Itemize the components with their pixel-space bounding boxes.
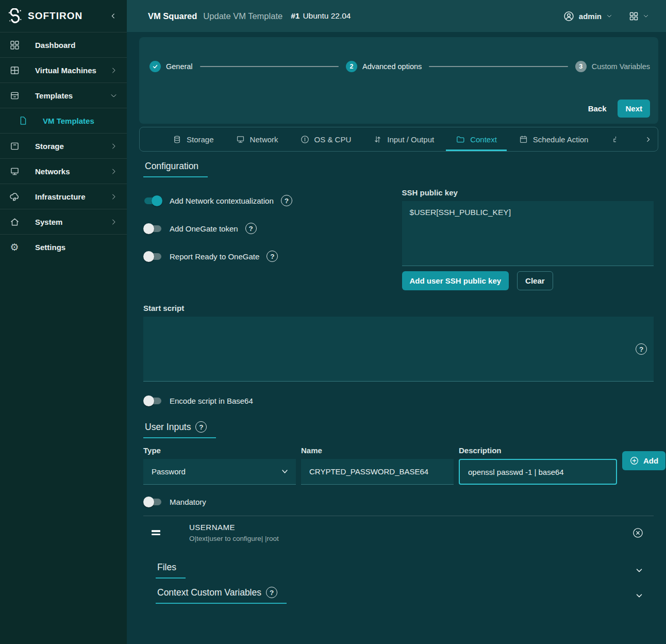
home-icon [8,217,21,227]
resource-name: Ubuntu 22.04 [303,11,351,20]
softiron-logo-icon [7,8,23,24]
top-header: VM Squared Update VM Template #1Ubuntu 2… [127,0,666,32]
info-circle-icon [300,135,310,144]
toggle-row-onegate-token: Add OneGate token ? [143,221,402,236]
help-icon[interactable]: ? [636,343,647,355]
configuration-column: Configuration Add Network contextualizat… [139,161,402,290]
help-icon[interactable]: ? [281,195,292,206]
tab-input-output[interactable]: Input / Output [362,127,445,151]
encode-base64-toggle[interactable] [143,395,162,406]
user-name: admin [579,12,602,21]
tab-os-cpu[interactable]: OS & CPU [289,127,362,151]
sidebar-item-vm-templates[interactable]: VM Templates [0,108,127,133]
sidebar-item-networks[interactable]: Networks [0,158,127,184]
step-complete-check-icon [149,61,161,72]
step-general[interactable]: General [149,61,193,72]
user-menu[interactable]: admin [563,10,613,22]
help-icon[interactable]: ? [245,223,257,234]
tab-storage[interactable]: Storage [161,127,225,151]
sidebar-collapse-icon[interactable] [109,12,118,20]
user-inputs-form: Type Password Name Description Add [139,446,658,485]
sidebar-item-infrastructure[interactable]: Infrastructure [0,184,127,209]
wizard-stepper-card: General 2 Advanced options 3 Custom Vari… [139,37,658,124]
name-label: Name [301,446,454,455]
tab-network[interactable]: Network [225,127,289,151]
sidebar-item-system[interactable]: System [0,209,127,234]
tab-partial[interactable] [599,127,630,151]
user-input-list-item: USERNAME O|text|user to configure| |root [139,516,658,551]
remove-user-input-icon[interactable] [632,527,644,539]
ssh-column: SSH public key $USER[SSH_PUBLIC_KEY] Add… [402,161,658,290]
step-number: 3 [575,61,587,72]
report-ready-toggle[interactable] [143,251,162,262]
brand-name: SOFTIRON [28,10,109,22]
name-input[interactable] [301,459,454,485]
template-tabs: Storage Network OS & CPU Input / Output … [139,127,658,152]
next-button[interactable]: Next [618,100,650,118]
tabs-scroll-right-icon[interactable] [644,135,653,144]
wizard-actions: Back Next [149,100,650,118]
chevron-down-icon [606,12,613,20]
ssh-public-key-textarea[interactable]: $USER[SSH_PUBLIC_KEY] [402,201,654,266]
user-inputs-heading-row: User Inputs ? [139,421,658,438]
step-number: 2 [346,61,357,72]
content: General 2 Advanced options 3 Custom Vari… [127,32,666,644]
toggle-row-report-ready: Report Ready to OneGate ? [143,249,402,263]
help-icon[interactable]: ? [195,421,207,433]
step-connector [429,66,568,67]
page-title: Update VM Template [203,11,282,21]
help-icon[interactable]: ? [267,251,278,262]
step-advanced-options[interactable]: 2 Advanced options [346,61,422,72]
sidebar-item-settings[interactable]: ⚙ Settings [0,234,127,259]
toggle-row-network-context: Add Network contextualization ? [143,193,402,208]
networks-icon [8,166,21,177]
user-avatar-icon [563,10,575,22]
description-input[interactable] [459,459,617,485]
start-script-label: Start script [143,304,654,312]
custom-variables-expand-icon[interactable] [635,591,644,600]
onegate-token-toggle[interactable] [143,223,162,234]
back-button[interactable]: Back [580,100,615,118]
chevron-right-icon [110,67,118,74]
dashboard-icon [8,40,21,51]
ssh-actions: Add user SSH public key Clear [402,271,654,290]
custom-variables-section-row: Context Custom Variables ? [139,587,658,604]
virtual-machines-icon [8,65,21,76]
step-custom-variables[interactable]: 3 Custom Variables [575,61,650,72]
chevron-right-icon [110,142,118,150]
add-user-ssh-key-button[interactable]: Add user SSH public key [402,271,509,290]
files-expand-icon[interactable] [635,566,644,575]
drag-handle-icon[interactable] [152,530,160,535]
ssh-public-key-label: SSH public key [402,188,654,197]
sidebar-nav: Dashboard Virtual Machines Templates VM … [0,32,127,259]
select-arrow-icon [282,470,288,473]
network-contextualization-toggle[interactable] [143,195,162,206]
sidebar-item-storage[interactable]: Storage [0,133,127,158]
calendar-icon [519,135,528,144]
topbar-right: admin [563,10,650,22]
mandatory-toggle[interactable] [143,497,162,507]
storage-icon [8,141,21,152]
start-script-textarea[interactable] [143,317,654,382]
help-icon[interactable]: ? [266,587,277,598]
type-select[interactable]: Password [143,459,296,485]
tab-context[interactable]: Context [445,127,508,151]
database-icon [172,135,182,144]
document-icon [17,115,29,126]
description-label: Description [459,446,617,455]
sidebar-item-dashboard[interactable]: Dashboard [0,32,127,57]
user-input-texts: USERNAME O|text|user to configure| |root [189,523,632,542]
start-script-block: Start script ? [139,304,658,382]
add-user-input-button[interactable]: Add [622,451,665,470]
apps-menu[interactable] [628,11,650,22]
type-label: Type [143,446,296,455]
clear-ssh-key-button[interactable]: Clear [517,271,553,290]
stepper: General 2 Advanced options 3 Custom Vari… [149,61,650,72]
tab-schedule-action[interactable]: Schedule Action [508,127,600,151]
context-top-row: Configuration Add Network contextualizat… [139,161,658,290]
sidebar-item-templates[interactable]: Templates [0,82,127,108]
sidebar-item-virtual-machines[interactable]: Virtual Machines [0,57,127,82]
step-connector [200,66,339,67]
user-inputs-heading: User Inputs ? [143,421,216,438]
user-input-meta: O|text|user to configure| |root [189,535,632,542]
